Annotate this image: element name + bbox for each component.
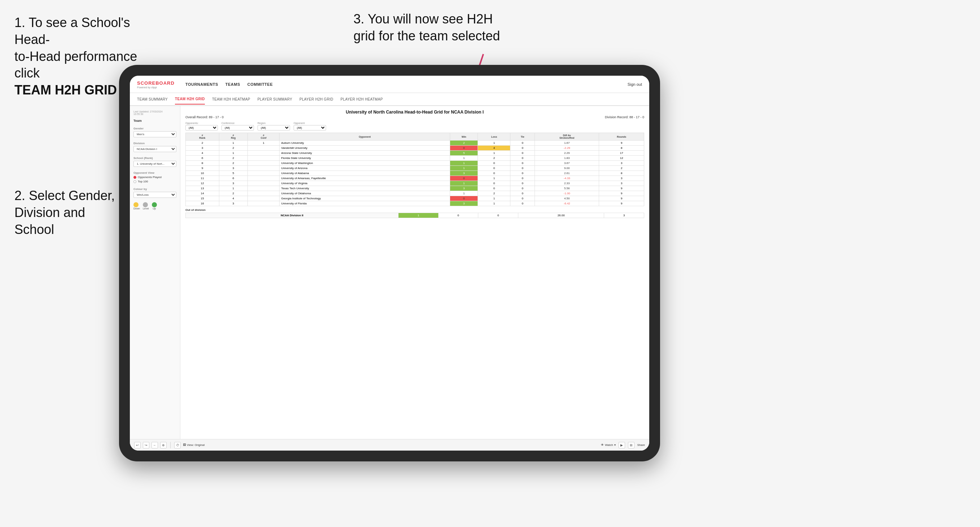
- nav-tournaments[interactable]: TOURNAMENTS: [185, 81, 218, 88]
- overall-record: Overall Record: 89 - 17 - 0: [185, 115, 224, 119]
- logo-text: SCOREBOARD: [137, 80, 175, 86]
- ann1-line1: 1. To see a School's Head-: [14, 15, 130, 47]
- subnav-team-h2h-grid[interactable]: TEAM H2H GRID: [175, 94, 205, 105]
- cell-team: Arizona State University: [280, 151, 450, 156]
- cell-diff: 1.83: [535, 156, 599, 161]
- radio-opponents-played[interactable]: Opponents Played: [134, 176, 177, 179]
- conference-filter-label: Conference: [221, 122, 254, 124]
- subnav-team-h2h-heatmap[interactable]: TEAM H2H HEATMAP: [212, 94, 250, 104]
- colour-by-select[interactable]: Win/Loss: [134, 192, 177, 198]
- cell-win: 3: [450, 171, 478, 176]
- colour-by-label: Colour by: [134, 187, 177, 191]
- subnav-team-summary[interactable]: TEAM SUMMARY: [137, 94, 168, 104]
- col-tie: Tie: [511, 133, 535, 141]
- share-icon-button[interactable]: ⊞: [628, 442, 635, 448]
- cell-team: University of Florida: [280, 201, 450, 206]
- cell-rounds: 9: [599, 141, 644, 146]
- nav-teams[interactable]: TEAMS: [226, 81, 240, 88]
- opponent-filter-select[interactable]: (All): [294, 125, 326, 130]
- cell-rounds: 12: [599, 156, 644, 161]
- cell-reg: 4: [219, 196, 247, 201]
- cell-rounds: 9: [599, 191, 644, 196]
- region-filter: Region (All): [258, 122, 290, 130]
- ann1-line2: to-Head performance click: [14, 49, 137, 81]
- cell-diff: 4.50: [535, 196, 599, 201]
- cell-diff: -6.42: [535, 201, 599, 206]
- cell-diff: -2.29: [535, 146, 599, 151]
- legend-down-label: Down: [134, 207, 140, 210]
- cell-rank: 16: [186, 201, 219, 206]
- sub-nav: TEAM SUMMARY TEAM H2H GRID TEAM H2H HEAT…: [130, 93, 649, 106]
- cell-rounds: 3: [599, 176, 644, 181]
- cell-win: 1: [450, 166, 478, 171]
- radio-group: Opponents Played Top 100: [134, 176, 177, 183]
- subnav-player-h2h-heatmap[interactable]: PLAYER H2H HEATMAP: [340, 94, 383, 104]
- out-cell-loss: 0: [438, 213, 478, 218]
- cell-tie: 0: [511, 171, 535, 176]
- table-row: 12 3 University of Virginia 1 0 0 2.33 3: [186, 181, 644, 186]
- conference-filter-select[interactable]: (All): [221, 125, 254, 130]
- copy-button[interactable]: ⊕: [160, 442, 167, 448]
- school-select[interactable]: 1. University of Nort...: [134, 161, 177, 167]
- table-row: 9 3 University of Arizona 1 0 0 9.00 2: [186, 166, 644, 171]
- back-button[interactable]: ←: [151, 442, 158, 448]
- main-content: Last Updated: 27/03/2024 16:55:38 Team G…: [130, 106, 649, 439]
- left-panel: Last Updated: 27/03/2024 16:55:38 Team G…: [130, 106, 180, 439]
- cell-conf: [247, 171, 280, 176]
- table-row: 11 6 University of Arkansas, Fayettevill…: [186, 176, 644, 181]
- division-select[interactable]: NCAA Division I NCAA Division II NCAA Di…: [134, 146, 177, 152]
- share-label: Share: [637, 443, 645, 447]
- toolbar-view[interactable]: 🖼 View: Original: [183, 443, 205, 447]
- region-filter-select[interactable]: (All): [258, 125, 290, 130]
- cell-win: 0: [450, 196, 478, 201]
- cell-rounds: 3: [599, 161, 644, 166]
- cell-rounds: 9: [599, 201, 644, 206]
- cell-reg: 2: [219, 156, 247, 161]
- opponents-filter-select[interactable]: (All): [185, 125, 218, 130]
- nav-committee[interactable]: COMMITTEE: [247, 81, 273, 88]
- gender-section: Gender Men's Women's: [134, 127, 177, 137]
- col-rank: #Rank: [186, 133, 219, 141]
- sign-out-link[interactable]: Sign out: [628, 82, 642, 87]
- radio-dot-played: [134, 176, 136, 179]
- cell-reg: 1: [219, 186, 247, 191]
- cell-team: Auburn University: [280, 141, 450, 146]
- subnav-player-h2h-grid[interactable]: PLAYER H2H GRID: [299, 94, 333, 104]
- cell-loss: 2: [478, 191, 511, 196]
- gender-select[interactable]: Men's Women's: [134, 131, 177, 137]
- cell-diff: -1.00: [535, 191, 599, 196]
- cell-conf: [247, 201, 280, 206]
- out-cell-tie: 0: [478, 213, 518, 218]
- watch-dropdown-icon: ▾: [614, 443, 616, 447]
- clock-button[interactable]: ⏱: [174, 442, 181, 448]
- cell-team: Florida State University: [280, 156, 450, 161]
- cell-tie: 0: [511, 196, 535, 201]
- cell-conf: [247, 151, 280, 156]
- col-rounds: Rounds: [599, 133, 644, 141]
- redo-button[interactable]: ↪: [143, 442, 150, 448]
- cell-reg: 3: [219, 166, 247, 171]
- undo-button[interactable]: ↩: [134, 442, 141, 448]
- cell-win: 1: [450, 161, 478, 166]
- share-button[interactable]: Share: [637, 443, 645, 447]
- subnav-player-summary[interactable]: PLAYER SUMMARY: [258, 94, 293, 104]
- col-reg: #Reg: [219, 133, 247, 141]
- grid-records: Overall Record: 89 - 17 - 0 Division Rec…: [185, 115, 644, 119]
- color-level: [143, 202, 148, 207]
- table-row: 4 1 Arizona State University 5 1 0 2.29 …: [186, 151, 644, 156]
- present-button[interactable]: ▶: [619, 442, 625, 448]
- cell-rounds: 8: [599, 171, 644, 176]
- gender-label: Gender: [134, 127, 177, 130]
- table-header-row: #Rank #Reg #Conf Opponent Win Loss Tie D…: [186, 133, 644, 141]
- cell-loss: 0: [478, 166, 511, 171]
- table-row: 8 2 University of Washington 1 0 0 3.67 …: [186, 161, 644, 166]
- cell-conf: [247, 156, 280, 161]
- col-conf: #Conf: [247, 133, 280, 141]
- school-label: School (Rank): [134, 156, 177, 160]
- cell-loss: 0: [478, 186, 511, 191]
- cell-team: University of Arkansas, Fayetteville: [280, 176, 450, 181]
- bottom-toolbar: ↩ ↪ ← ⊕ ⏱ 🖼 View: Original 👁 Watch ▾ ▶ ⊞…: [130, 439, 649, 451]
- cell-rounds: 17: [599, 151, 644, 156]
- radio-top100[interactable]: Top 100: [134, 180, 177, 183]
- watch-button[interactable]: 👁 Watch ▾: [601, 443, 615, 447]
